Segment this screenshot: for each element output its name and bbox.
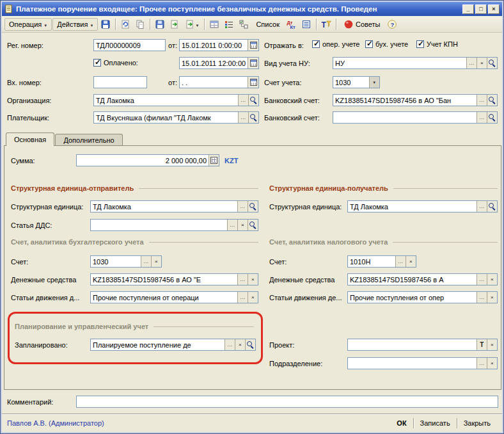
- post-button[interactable]: [168, 17, 182, 31]
- reg-date-input[interactable]: 15.01.2011 0:00:00: [179, 39, 259, 51]
- bank-account2-input[interactable]: ...: [333, 111, 498, 124]
- checkbox-oper-uchet[interactable]: опер. учете: [312, 40, 359, 48]
- actions-menu-button[interactable]: Действия: [52, 18, 98, 31]
- comment-input[interactable]: [76, 396, 498, 408]
- flow-left-input[interactable]: Прочие поступления от операци ... ×: [90, 291, 258, 303]
- dropdown-button[interactable]: [369, 77, 379, 88]
- lookup-button[interactable]: [487, 58, 497, 68]
- checkbox-buh-uchet[interactable]: бух. учете: [365, 40, 408, 48]
- project-input[interactable]: Т ×: [347, 339, 498, 351]
- choose-button[interactable]: ...: [476, 292, 487, 303]
- movements-list-icon: [224, 19, 234, 29]
- choose-button[interactable]: ...: [237, 201, 248, 212]
- bank-account1-input[interactable]: KZ18385147SD15987456 в АО "Бан ...: [333, 94, 498, 106]
- advice-button[interactable]: Советы: [339, 18, 384, 31]
- in-number-input[interactable]: [93, 76, 147, 88]
- unit-sender-input[interactable]: ТД Лакомка ...: [90, 200, 258, 213]
- planned-input[interactable]: Планируемое поступление де ... ×: [90, 339, 256, 351]
- clear-button[interactable]: ×: [406, 256, 416, 267]
- ok-button[interactable]: ОК: [390, 417, 413, 429]
- clear-button[interactable]: ×: [237, 220, 248, 230]
- clear-button[interactable]: ×: [248, 274, 258, 285]
- calendar-button[interactable]: [248, 77, 258, 88]
- clear-button[interactable]: ×: [476, 58, 487, 68]
- payer-input[interactable]: ТД Вкусняшка (филиал "ТД Лакомк ...: [93, 111, 259, 124]
- structure-button[interactable]: [237, 17, 251, 31]
- unit-receiver-input[interactable]: ТД Лакомка ...: [347, 200, 498, 213]
- lookup-button[interactable]: [248, 201, 258, 212]
- reg-number-input[interactable]: ТДЛ00000009: [93, 39, 166, 51]
- choose-button[interactable]: ...: [476, 274, 487, 285]
- cash-right-input[interactable]: KZ18385147SD15987456 в А ... ×: [347, 273, 498, 285]
- choose-button[interactable]: ...: [476, 112, 487, 123]
- minimize-button[interactable]: _: [462, 4, 474, 14]
- lookup-button[interactable]: [487, 201, 497, 212]
- choose-button[interactable]: ...: [224, 339, 235, 350]
- maximize-button[interactable]: □: [475, 4, 487, 14]
- cash-right-value: KZ18385147SD15987456 в А: [348, 274, 476, 285]
- choose-button[interactable]: ...: [227, 220, 237, 230]
- account-right-input[interactable]: 1010Н ... ×: [347, 255, 416, 268]
- clear-button[interactable]: ×: [151, 256, 161, 267]
- clear-button[interactable]: ×: [487, 358, 497, 369]
- lookup-button[interactable]: [245, 339, 255, 350]
- lookup-button[interactable]: [487, 95, 497, 106]
- lookup-button[interactable]: [248, 220, 258, 230]
- operation-menu-button[interactable]: Операция: [4, 18, 52, 31]
- dt-kt-button[interactable]: Дт Кт: [285, 17, 299, 31]
- choose-button[interactable]: ...: [395, 256, 406, 267]
- tab-main[interactable]: Основная: [6, 133, 54, 146]
- clear-button[interactable]: ×: [487, 339, 497, 350]
- choose-button[interactable]: ...: [476, 358, 487, 369]
- choose-button[interactable]: ...: [466, 58, 476, 68]
- post-menu-button[interactable]: [182, 17, 201, 31]
- reread-button[interactable]: [118, 17, 132, 31]
- cash-left-input[interactable]: KZ18385147SD15987456 в АО "Е ... ×: [90, 273, 258, 285]
- write-button[interactable]: Записать: [414, 417, 457, 429]
- clear-button[interactable]: ×: [487, 292, 497, 303]
- close-form-button[interactable]: Закрыть: [457, 417, 497, 429]
- report-button[interactable]: [207, 17, 221, 31]
- help-button[interactable]: ?: [385, 17, 399, 31]
- clear-button[interactable]: ×: [248, 292, 258, 303]
- write-button-icon[interactable]: [153, 17, 167, 31]
- dds-input[interactable]: ... ×: [90, 219, 258, 231]
- lookup-button[interactable]: [487, 112, 497, 123]
- account-left-input[interactable]: 1030 ... ×: [90, 255, 162, 268]
- tab-additional[interactable]: Дополнительно: [55, 134, 123, 145]
- calendar-button[interactable]: [248, 40, 258, 51]
- lookup-button[interactable]: [248, 112, 258, 123]
- movements-button[interactable]: [222, 17, 236, 31]
- type-button[interactable]: Т: [476, 339, 487, 350]
- checkbox-icon: [312, 40, 320, 48]
- filter-by-value-button[interactable]: Т: [319, 17, 333, 31]
- choose-button[interactable]: ...: [238, 112, 248, 123]
- sum-input[interactable]: 2 000 000,00: [76, 154, 219, 166]
- flow-right-input[interactable]: Прочие поступления от опер ... ×: [347, 291, 498, 303]
- in-date-input[interactable]: . .: [179, 76, 259, 88]
- journal-button[interactable]: [299, 17, 313, 31]
- choose-button[interactable]: ...: [238, 95, 248, 106]
- department-input[interactable]: ... ×: [347, 357, 498, 369]
- choose-button[interactable]: ...: [141, 256, 151, 267]
- checkbox-kpn[interactable]: Учет КПН: [416, 40, 458, 48]
- organization-input[interactable]: ТД Лакомка ...: [93, 94, 259, 106]
- close-button[interactable]: ×: [488, 4, 500, 14]
- calendar-button[interactable]: [248, 58, 258, 68]
- choose-button[interactable]: ...: [237, 274, 248, 285]
- clear-button[interactable]: ×: [235, 339, 245, 350]
- copy-button[interactable]: [133, 17, 147, 31]
- choose-button[interactable]: ...: [476, 95, 487, 106]
- checkbox-paid[interactable]: Оплачено:: [93, 59, 138, 67]
- clear-button[interactable]: ×: [487, 274, 497, 285]
- lookup-button[interactable]: [248, 95, 258, 106]
- calculator-button[interactable]: [209, 155, 219, 166]
- save-button[interactable]: [98, 17, 113, 31]
- paid-date-input[interactable]: 15.01.2011 12:00:00: [179, 57, 259, 69]
- account-combo[interactable]: 1030: [333, 76, 380, 88]
- nu-kind-input[interactable]: НУ ... ×: [333, 57, 498, 69]
- choose-button[interactable]: ...: [476, 201, 487, 212]
- choose-button[interactable]: ...: [237, 292, 248, 303]
- in-date-value: . .: [180, 77, 248, 88]
- list-button[interactable]: Список: [251, 18, 284, 31]
